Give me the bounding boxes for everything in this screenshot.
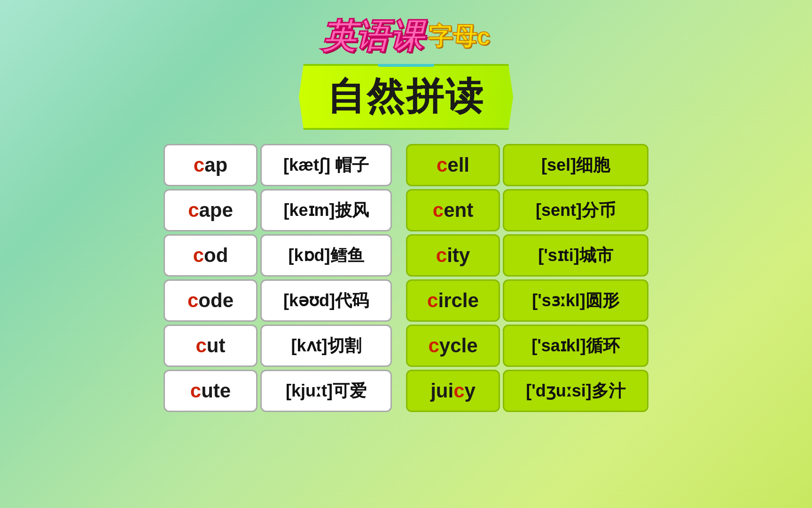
subtitle-banner: 自然拼读 (299, 64, 513, 130)
def-cell: [keɪm]披风 (260, 189, 392, 231)
word-cell: cut (164, 325, 258, 367)
word-cell: cute (164, 370, 258, 412)
word-cell: code (164, 279, 258, 322)
word-cell: cod (164, 234, 258, 277)
word-cell: circle (406, 279, 500, 322)
table-row: cut [kʌt]切割 (164, 325, 392, 367)
page-header: 英语课 字母c (322, 14, 491, 59)
subtitle-text: 自然拼读 (327, 75, 485, 117)
def-cell: [sent]分币 (503, 189, 648, 231)
word-cell: cap (164, 144, 258, 186)
table-row: cute [kjuːt]可爱 (164, 370, 392, 412)
def-cell: [kætʃ] 帽子 (260, 144, 392, 186)
table-row: cod [kɒd]鳕鱼 (164, 234, 392, 277)
def-cell: ['sɜːkl]圆形 (503, 279, 648, 322)
word-cell: cycle (406, 325, 500, 367)
word-cell: cell (406, 144, 500, 186)
word-cell: juicy (406, 370, 500, 412)
right-table: cell [sel]细胞 cent [sent]分币 city ['sɪti]城… (406, 144, 648, 412)
tables-container: cap [kætʃ] 帽子 cape [keɪm]披风 cod [kɒd]鳕鱼 … (164, 144, 648, 412)
title-suffix: 字母c (428, 20, 491, 53)
word-cell: cent (406, 189, 500, 231)
def-cell: ['dʒuːsi]多汁 (503, 370, 648, 412)
table-row: cap [kætʃ] 帽子 (164, 144, 392, 186)
def-cell: [kʌt]切割 (260, 325, 392, 367)
table-row: cell [sel]细胞 (406, 144, 648, 186)
table-row: city ['sɪti]城市 (406, 234, 648, 277)
def-cell: ['saɪkl]循环 (503, 325, 648, 367)
left-table: cap [kætʃ] 帽子 cape [keɪm]披风 cod [kɒd]鳕鱼 … (164, 144, 392, 412)
def-cell: ['sɪti]城市 (503, 234, 648, 277)
table-row: cent [sent]分币 (406, 189, 648, 231)
table-row: cycle ['saɪkl]循环 (406, 325, 648, 367)
table-row: juicy ['dʒuːsi]多汁 (406, 370, 648, 412)
def-cell: [sel]细胞 (503, 144, 648, 186)
table-row: code [kəʊd]代码 (164, 279, 392, 322)
def-cell: [kɒd]鳕鱼 (260, 234, 392, 277)
table-row: circle ['sɜːkl]圆形 (406, 279, 648, 322)
main-title: 英语课 (322, 14, 423, 59)
def-cell: [kəʊd]代码 (260, 279, 392, 322)
word-cell: city (406, 234, 500, 277)
def-cell: [kjuːt]可爱 (260, 370, 392, 412)
table-row: cape [keɪm]披风 (164, 189, 392, 231)
word-cell: cape (164, 189, 258, 231)
